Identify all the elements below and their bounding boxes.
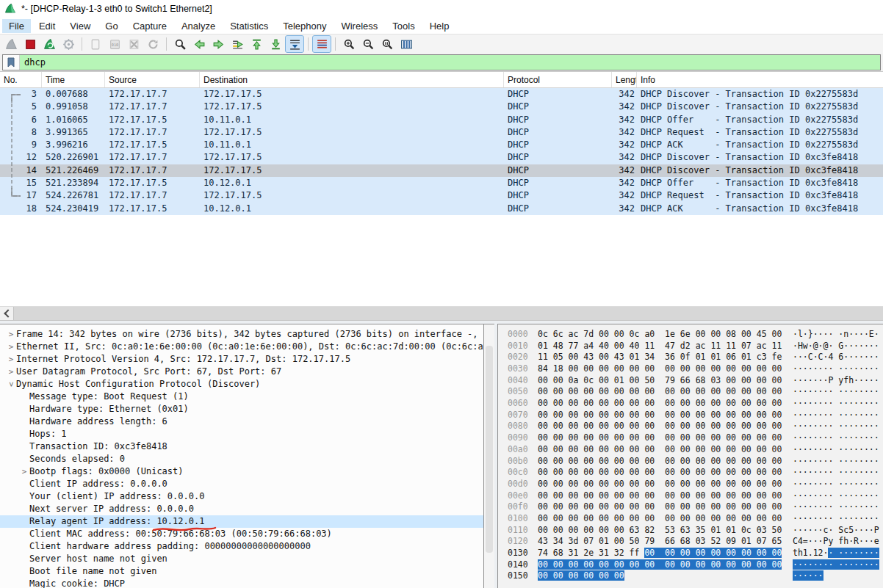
ascii-bytes[interactable]: ········ ········: [793, 398, 879, 410]
hex-bytes[interactable]: 00 00 00 00 00 00 00 00 00 00 00 00 00 0…: [538, 513, 793, 525]
filter-text[interactable]: dhcp: [20, 55, 880, 70]
hex-row-0040[interactable]: 004000 00 0a 0c 00 01 00 50 79 66 68 03 …: [498, 375, 883, 387]
menu-go[interactable]: Go: [98, 19, 124, 33]
reload-icon[interactable]: [144, 36, 162, 52]
ascii-bytes[interactable]: ········ ········: [793, 513, 879, 525]
ascii-bytes[interactable]: ········ ········: [793, 432, 879, 444]
hex-row-0150[interactable]: 015000 00 00 00 00 00······: [498, 570, 883, 582]
hex-bytes[interactable]: 00 00 00 00 00 00 00 00 00 00 00 00 00 0…: [538, 501, 793, 513]
ascii-bytes[interactable]: ········ ········: [793, 559, 879, 571]
hex-bytes[interactable]: 00 00 00 00 00 00 00 00 00 00 00 00 00 0…: [538, 490, 793, 502]
packet-row-8[interactable]: 83.991365172.17.17.7172.17.17.5DHCP342DH…: [0, 126, 883, 139]
details-vscrollbar[interactable]: [484, 324, 494, 588]
hex-row-0140[interactable]: 014000 00 00 00 00 00 00 00 00 00 00 00 …: [498, 559, 883, 571]
ascii-bytes[interactable]: ······c· Sc5····P: [793, 525, 879, 537]
packet-row-17[interactable]: 17524.226781172.17.17.7172.17.17.5DHCP34…: [0, 189, 883, 202]
hex-row-00e0[interactable]: 00e000 00 00 00 00 00 00 00 00 00 00 00 …: [498, 490, 883, 502]
column-header-source[interactable]: Source: [105, 72, 200, 87]
detail-line-1[interactable]: >Ethernet II, Src: 0c:a0:1e:6e:00:00 (0c…: [0, 341, 483, 353]
hex-bytes[interactable]: 74 68 31 2e 31 32 ff 00 00 00 00 00 00 0…: [538, 548, 793, 559]
restart-capture-icon[interactable]: [40, 36, 58, 52]
hex-bytes[interactable]: 00 00 00 00 00 00 63 82 53 63 35 01 01 0…: [538, 525, 793, 537]
start-capture-icon[interactable]: [2, 36, 20, 52]
detail-line-2[interactable]: >Internet Protocol Version 4, Src: 172.1…: [0, 353, 483, 366]
expand-arrow-icon[interactable]: >: [19, 465, 29, 478]
menu-analyze[interactable]: Analyze: [175, 19, 222, 33]
ascii-bytes[interactable]: C4=···Py fh·R···e: [793, 536, 879, 548]
go-last-packet-icon[interactable]: [267, 36, 284, 52]
hex-bytes[interactable]: 00 00 00 00 00 00: [538, 570, 793, 582]
hex-row-0110[interactable]: 011000 00 00 00 00 00 63 82 53 63 35 01 …: [498, 525, 883, 537]
ascii-bytes[interactable]: ········ ········: [793, 490, 879, 502]
detail-line-11[interactable]: >Bootp flags: 0x0000 (Unicast): [0, 465, 483, 478]
packet-row-14[interactable]: 14521.226469172.17.17.7172.17.17.5DHCP34…: [0, 164, 883, 177]
packet-row-18[interactable]: 18524.230419172.17.17.510.12.0.1DHCP342D…: [0, 203, 883, 215]
ascii-bytes[interactable]: ········ ········: [793, 501, 879, 513]
hex-bytes[interactable]: 00 00 00 00 00 00 00 00 00 00 00 00 00 0…: [538, 398, 793, 410]
menu-view[interactable]: View: [63, 19, 97, 33]
go-to-packet-icon[interactable]: [228, 36, 246, 52]
hex-row-0000[interactable]: 00000c 6c ac 7d 00 00 0c a0 1e 6e 00 00 …: [498, 329, 883, 341]
hex-row-00f0[interactable]: 00f000 00 00 00 00 00 00 00 00 00 00 00 …: [498, 501, 883, 513]
ascii-bytes[interactable]: ········ ········: [793, 386, 879, 398]
detail-line-0[interactable]: >Frame 14: 342 bytes on wire (2736 bits)…: [0, 328, 483, 341]
ascii-bytes[interactable]: ······: [793, 570, 823, 582]
colorize-toggle-icon[interactable]: [313, 36, 331, 52]
hex-row-0030[interactable]: 003084 18 00 00 00 00 00 00 00 00 00 00 …: [498, 363, 883, 375]
detail-line-10[interactable]: >Seconds elapsed: 0: [0, 453, 483, 465]
detail-line-17[interactable]: >Client hardware address padding: 000000…: [0, 540, 483, 553]
detail-line-4[interactable]: >Dynamic Host Configuration Protocol (Di…: [0, 378, 483, 391]
hex-bytes[interactable]: 00 00 00 00 00 00 00 00 00 00 00 00 00 0…: [538, 467, 793, 479]
hex-row-0120[interactable]: 012043 34 3d 07 01 00 50 79 66 68 03 52 …: [498, 536, 883, 548]
find-packet-icon[interactable]: [171, 36, 189, 52]
detail-line-14[interactable]: >Next server IP address: 0.0.0.0: [0, 503, 483, 515]
expand-arrow-icon[interactable]: >: [6, 353, 16, 366]
detail-line-8[interactable]: >Hops: 1: [0, 428, 483, 440]
hex-row-00a0[interactable]: 00a000 00 00 00 00 00 00 00 00 00 00 00 …: [498, 444, 883, 456]
packet-row-9[interactable]: 93.996216172.17.17.510.11.0.1DHCP342DHCP…: [0, 139, 883, 151]
ascii-bytes[interactable]: ········ ········: [793, 421, 879, 432]
open-file-icon[interactable]: [87, 36, 104, 52]
detail-line-18[interactable]: >Server host name not given: [0, 553, 483, 565]
capture-options-icon[interactable]: [60, 36, 77, 52]
ascii-bytes[interactable]: ········ ········: [793, 444, 879, 456]
hex-bytes[interactable]: 11 05 00 43 00 43 01 34 36 0f 01 01 06 0…: [538, 352, 793, 363]
display-filter-input[interactable]: dhcp: [2, 54, 881, 70]
details-scrollbar-thumb[interactable]: [486, 346, 493, 553]
hex-row-00b0[interactable]: 00b000 00 00 00 00 00 00 00 00 00 00 00 …: [498, 456, 883, 468]
zoom-original-icon[interactable]: [378, 36, 396, 52]
hex-bytes[interactable]: 00 00 00 00 00 00 00 00 00 00 00 00 00 0…: [538, 432, 793, 444]
expand-arrow-icon[interactable]: >: [6, 341, 16, 353]
column-header-info[interactable]: Info: [637, 72, 883, 87]
hscrollbar-thumb[interactable]: [13, 307, 883, 320]
ascii-bytes[interactable]: th1.12·· ········: [793, 548, 879, 559]
packet-row-15[interactable]: 15521.233894172.17.17.510.12.0.1DHCP342D…: [0, 177, 883, 189]
detail-line-3[interactable]: >User Datagram Protocol, Src Port: 67, D…: [0, 366, 483, 378]
filter-bookmark-button[interactable]: [3, 55, 20, 70]
stop-capture-icon[interactable]: [21, 36, 39, 52]
hex-bytes[interactable]: 00 00 00 00 00 00 00 00 00 00 00 00 00 0…: [538, 479, 793, 490]
hex-bytes[interactable]: 0c 6c ac 7d 00 00 0c a0 1e 6e 00 00 08 0…: [538, 329, 793, 341]
detail-line-7[interactable]: >Hardware address length: 6: [0, 415, 483, 428]
packet-row-5[interactable]: 50.991058172.17.17.7172.17.17.5DHCP342DH…: [0, 101, 883, 113]
zoom-in-icon[interactable]: [340, 36, 358, 52]
hex-row-00d0[interactable]: 00d000 00 00 00 00 00 00 00 00 00 00 00 …: [498, 479, 883, 490]
go-first-packet-icon[interactable]: [248, 36, 265, 52]
ascii-bytes[interactable]: ········ ········: [793, 479, 879, 490]
detail-line-12[interactable]: >Client IP address: 0.0.0.0: [0, 478, 483, 490]
menu-file[interactable]: File: [2, 19, 31, 33]
hex-bytes[interactable]: 00 00 0a 0c 00 01 00 50 79 66 68 03 00 0…: [538, 375, 793, 387]
hex-row-0010[interactable]: 001001 48 77 a4 40 00 40 11 47 d2 ac 11 …: [498, 341, 883, 352]
ascii-bytes[interactable]: ·l·}···· ·n····E·: [793, 329, 879, 341]
hex-bytes[interactable]: 43 34 3d 07 01 00 50 79 66 68 03 52 09 0…: [538, 536, 793, 548]
menu-wireless[interactable]: Wireless: [334, 19, 384, 33]
hex-bytes[interactable]: 00 00 00 00 00 00 00 00 00 00 00 00 00 0…: [538, 559, 793, 571]
hex-row-00c0[interactable]: 00c000 00 00 00 00 00 00 00 00 00 00 00 …: [498, 467, 883, 479]
hex-row-0070[interactable]: 007000 00 00 00 00 00 00 00 00 00 00 00 …: [498, 410, 883, 421]
resize-columns-icon[interactable]: [397, 36, 415, 52]
packet-row-3[interactable]: 30.007688172.17.17.7172.17.17.5DHCP342DH…: [0, 88, 883, 101]
packet-row-12[interactable]: 12520.226901172.17.17.7172.17.17.5DHCP34…: [0, 151, 883, 164]
column-header-time[interactable]: Time: [42, 72, 105, 87]
column-header-no[interactable]: No.: [0, 72, 42, 87]
ascii-bytes[interactable]: ········ ········: [793, 410, 879, 421]
